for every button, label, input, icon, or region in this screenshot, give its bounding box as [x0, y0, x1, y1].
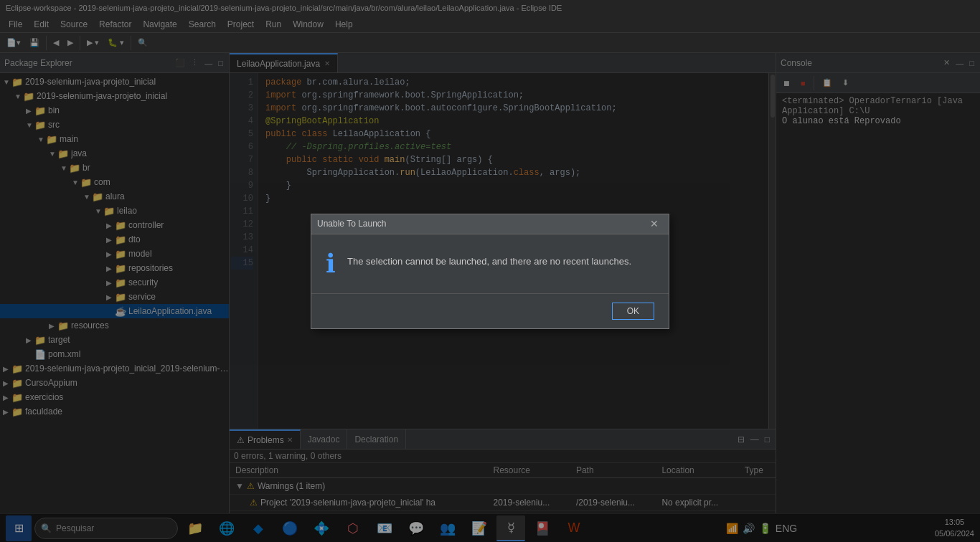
modal-overlay[interactable]: Unable To Launch ✕ ℹ The selection canno… [0, 0, 980, 542]
modal-message: The selection cannot be launched, and th… [347, 249, 654, 269]
modal-title: Unable To Launch [317, 219, 646, 229]
modal-body: ℹ The selection cannot be launched, and … [311, 234, 669, 293]
modal-ok-button[interactable]: OK [612, 303, 654, 320]
modal-info-icon: ℹ [326, 249, 336, 279]
unable-to-launch-dialog: Unable To Launch ✕ ℹ The selection canno… [311, 214, 669, 329]
modal-titlebar: Unable To Launch ✕ [311, 214, 669, 234]
modal-close-button[interactable]: ✕ [646, 217, 663, 231]
modal-footer: OK [311, 293, 669, 328]
